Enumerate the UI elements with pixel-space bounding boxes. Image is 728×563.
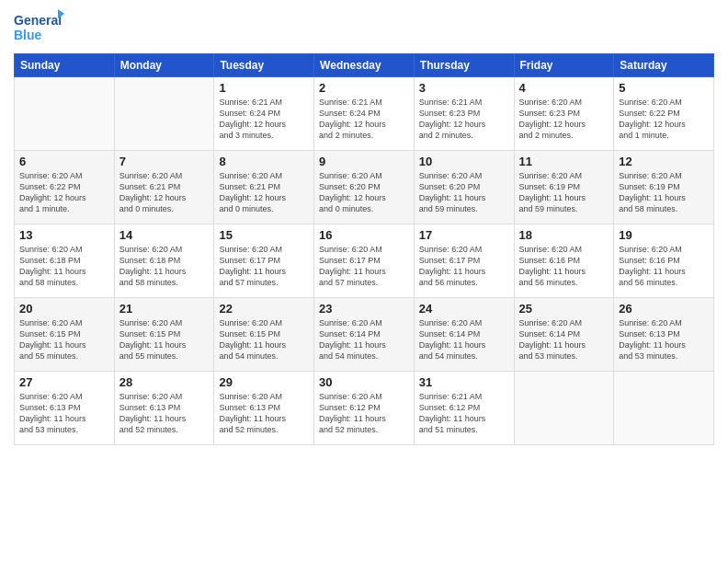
day-detail: Sunrise: 6:20 AM Sunset: 6:20 PM Dayligh… (419, 170, 509, 215)
day-detail: Sunrise: 6:21 AM Sunset: 6:24 PM Dayligh… (219, 97, 309, 142)
day-detail: Sunrise: 6:20 AM Sunset: 6:15 PM Dayligh… (219, 317, 309, 362)
calendar-cell: 25Sunrise: 6:20 AM Sunset: 6:14 PM Dayli… (514, 298, 614, 372)
calendar-cell: 7Sunrise: 6:20 AM Sunset: 6:21 PM Daylig… (114, 151, 214, 224)
day-detail: Sunrise: 6:20 AM Sunset: 6:22 PM Dayligh… (619, 97, 709, 142)
calendar-week-3: 13Sunrise: 6:20 AM Sunset: 6:18 PM Dayli… (15, 224, 714, 298)
calendar-cell: 13Sunrise: 6:20 AM Sunset: 6:18 PM Dayli… (15, 224, 115, 298)
day-number: 30 (319, 375, 409, 389)
day-header-wednesday: Wednesday (314, 54, 415, 77)
calendar-cell: 20Sunrise: 6:20 AM Sunset: 6:15 PM Dayli… (15, 298, 115, 372)
day-detail: Sunrise: 6:20 AM Sunset: 6:20 PM Dayligh… (319, 170, 409, 215)
day-number: 22 (219, 302, 309, 316)
logo-svg: General Blue (14, 9, 64, 46)
day-number: 26 (619, 302, 709, 316)
calendar-cell: 2Sunrise: 6:21 AM Sunset: 6:24 PM Daylig… (314, 77, 415, 151)
calendar-cell: 30Sunrise: 6:20 AM Sunset: 6:12 PM Dayli… (314, 372, 415, 445)
day-detail: Sunrise: 6:21 AM Sunset: 6:23 PM Dayligh… (419, 97, 509, 142)
day-number: 9 (319, 155, 409, 168)
day-detail: Sunrise: 6:20 AM Sunset: 6:16 PM Dayligh… (619, 244, 709, 289)
day-number: 7 (119, 155, 210, 168)
day-number: 27 (19, 375, 109, 389)
calendar-cell: 15Sunrise: 6:20 AM Sunset: 6:17 PM Dayli… (214, 224, 314, 298)
day-detail: Sunrise: 6:20 AM Sunset: 6:22 PM Dayligh… (19, 170, 109, 215)
day-number: 23 (319, 302, 409, 316)
day-header-saturday: Saturday (614, 54, 714, 77)
calendar-cell: 23Sunrise: 6:20 AM Sunset: 6:14 PM Dayli… (314, 298, 415, 372)
day-detail: Sunrise: 6:20 AM Sunset: 6:21 PM Dayligh… (219, 170, 309, 215)
calendar-header-row: SundayMondayTuesdayWednesdayThursdayFrid… (15, 54, 714, 77)
day-detail: Sunrise: 6:20 AM Sunset: 6:21 PM Dayligh… (119, 170, 210, 215)
calendar-cell: 26Sunrise: 6:20 AM Sunset: 6:13 PM Dayli… (614, 298, 714, 372)
calendar-cell: 4Sunrise: 6:20 AM Sunset: 6:23 PM Daylig… (514, 77, 614, 151)
day-detail: Sunrise: 6:20 AM Sunset: 6:13 PM Dayligh… (19, 391, 109, 436)
calendar-cell: 16Sunrise: 6:20 AM Sunset: 6:17 PM Dayli… (314, 224, 415, 298)
day-detail: Sunrise: 6:20 AM Sunset: 6:16 PM Dayligh… (519, 244, 609, 289)
calendar-cell: 1Sunrise: 6:21 AM Sunset: 6:24 PM Daylig… (214, 77, 314, 151)
calendar-cell (114, 77, 214, 151)
page-header: General Blue (14, 9, 714, 46)
day-header-monday: Monday (114, 54, 214, 77)
day-detail: Sunrise: 6:20 AM Sunset: 6:13 PM Dayligh… (219, 391, 309, 436)
calendar-cell: 21Sunrise: 6:20 AM Sunset: 6:15 PM Dayli… (114, 298, 214, 372)
calendar-week-1: 1Sunrise: 6:21 AM Sunset: 6:24 PM Daylig… (15, 77, 714, 151)
day-number: 13 (19, 228, 109, 242)
calendar-cell: 29Sunrise: 6:20 AM Sunset: 6:13 PM Dayli… (214, 372, 314, 445)
day-number: 12 (619, 155, 709, 168)
day-detail: Sunrise: 6:20 AM Sunset: 6:23 PM Dayligh… (519, 97, 609, 142)
day-number: 11 (519, 155, 609, 168)
calendar-cell: 5Sunrise: 6:20 AM Sunset: 6:22 PM Daylig… (614, 77, 714, 151)
calendar-cell: 12Sunrise: 6:20 AM Sunset: 6:19 PM Dayli… (614, 151, 714, 224)
calendar-cell (15, 77, 115, 151)
day-number: 24 (419, 302, 509, 316)
day-header-tuesday: Tuesday (214, 54, 314, 77)
calendar-cell: 10Sunrise: 6:20 AM Sunset: 6:20 PM Dayli… (414, 151, 514, 224)
day-number: 17 (419, 228, 509, 242)
day-detail: Sunrise: 6:21 AM Sunset: 6:24 PM Dayligh… (319, 97, 409, 142)
calendar-cell: 19Sunrise: 6:20 AM Sunset: 6:16 PM Dayli… (614, 224, 714, 298)
day-number: 3 (419, 81, 509, 95)
day-number: 28 (119, 375, 210, 389)
day-number: 4 (519, 81, 609, 95)
calendar-cell: 18Sunrise: 6:20 AM Sunset: 6:16 PM Dayli… (514, 224, 614, 298)
day-detail: Sunrise: 6:20 AM Sunset: 6:17 PM Dayligh… (219, 244, 309, 289)
day-detail: Sunrise: 6:20 AM Sunset: 6:13 PM Dayligh… (119, 391, 210, 436)
calendar-week-4: 20Sunrise: 6:20 AM Sunset: 6:15 PM Dayli… (15, 298, 714, 372)
day-detail: Sunrise: 6:20 AM Sunset: 6:14 PM Dayligh… (519, 317, 609, 362)
calendar-cell: 9Sunrise: 6:20 AM Sunset: 6:20 PM Daylig… (314, 151, 415, 224)
calendar-table: SundayMondayTuesdayWednesdayThursdayFrid… (14, 53, 714, 445)
day-number: 31 (419, 375, 509, 389)
day-detail: Sunrise: 6:20 AM Sunset: 6:18 PM Dayligh… (19, 244, 109, 289)
svg-text:Blue: Blue (14, 28, 42, 42)
day-detail: Sunrise: 6:20 AM Sunset: 6:19 PM Dayligh… (619, 170, 709, 215)
svg-text:General: General (14, 13, 62, 28)
day-number: 8 (219, 155, 309, 168)
day-number: 19 (619, 228, 709, 242)
day-number: 5 (619, 81, 709, 95)
day-detail: Sunrise: 6:20 AM Sunset: 6:14 PM Dayligh… (419, 317, 509, 362)
day-number: 6 (19, 155, 109, 168)
day-header-friday: Friday (514, 54, 614, 77)
calendar-cell: 3Sunrise: 6:21 AM Sunset: 6:23 PM Daylig… (414, 77, 514, 151)
day-detail: Sunrise: 6:20 AM Sunset: 6:14 PM Dayligh… (319, 317, 409, 362)
day-number: 14 (119, 228, 210, 242)
day-detail: Sunrise: 6:20 AM Sunset: 6:19 PM Dayligh… (519, 170, 609, 215)
day-number: 2 (319, 81, 409, 95)
calendar-cell: 8Sunrise: 6:20 AM Sunset: 6:21 PM Daylig… (214, 151, 314, 224)
calendar-cell: 24Sunrise: 6:20 AM Sunset: 6:14 PM Dayli… (414, 298, 514, 372)
calendar-cell (514, 372, 614, 445)
day-detail: Sunrise: 6:21 AM Sunset: 6:12 PM Dayligh… (419, 391, 509, 436)
day-number: 20 (19, 302, 109, 316)
calendar-week-5: 27Sunrise: 6:20 AM Sunset: 6:13 PM Dayli… (15, 372, 714, 445)
day-detail: Sunrise: 6:20 AM Sunset: 6:13 PM Dayligh… (619, 317, 709, 362)
calendar-cell: 28Sunrise: 6:20 AM Sunset: 6:13 PM Dayli… (114, 372, 214, 445)
calendar-cell: 27Sunrise: 6:20 AM Sunset: 6:13 PM Dayli… (15, 372, 115, 445)
day-header-sunday: Sunday (15, 54, 115, 77)
calendar-cell: 22Sunrise: 6:20 AM Sunset: 6:15 PM Dayli… (214, 298, 314, 372)
calendar-week-2: 6Sunrise: 6:20 AM Sunset: 6:22 PM Daylig… (15, 151, 714, 224)
logo: General Blue (14, 9, 64, 46)
calendar-cell: 6Sunrise: 6:20 AM Sunset: 6:22 PM Daylig… (15, 151, 115, 224)
calendar-cell: 11Sunrise: 6:20 AM Sunset: 6:19 PM Dayli… (514, 151, 614, 224)
day-number: 15 (219, 228, 309, 242)
day-detail: Sunrise: 6:20 AM Sunset: 6:15 PM Dayligh… (19, 317, 109, 362)
calendar-cell: 14Sunrise: 6:20 AM Sunset: 6:18 PM Dayli… (114, 224, 214, 298)
